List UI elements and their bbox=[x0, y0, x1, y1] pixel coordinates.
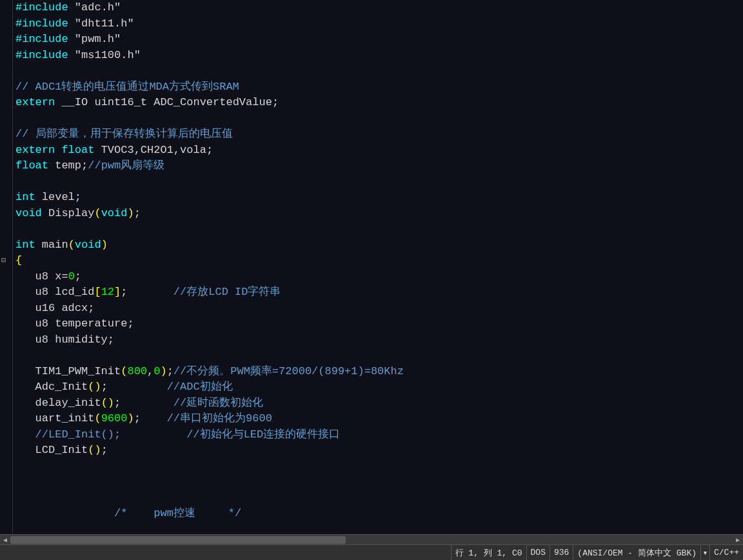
code-line[interactable] bbox=[15, 474, 740, 490]
code-line[interactable]: void Display(void); bbox=[15, 206, 740, 222]
code-line[interactable]: float temp;//pwm风扇等级 bbox=[15, 158, 740, 174]
statusbar: 行 1, 列 1, C0 DOS 936 (ANSI/OEM - 简体中文 GB… bbox=[0, 545, 743, 560]
encoding-dropdown-icon[interactable]: ▾ bbox=[700, 545, 709, 560]
code-line[interactable]: #include "ms1100.h" bbox=[15, 48, 740, 64]
code-line[interactable]: u8 lcd_id[12]; //存放LCD ID字符串 bbox=[15, 285, 740, 301]
code-line[interactable]: #include "pwm.h" bbox=[15, 32, 740, 48]
code-line[interactable]: Adc_Init(); //ADC初始化 bbox=[15, 379, 740, 395]
code-line[interactable]: // 局部变量，用于保存转换计算后的电压值 bbox=[15, 126, 740, 143]
code-line[interactable] bbox=[15, 459, 740, 475]
code-line[interactable]: #include "adc.h" bbox=[15, 0, 740, 16]
code-line[interactable] bbox=[15, 111, 740, 127]
code-line[interactable]: LCD_Init(); bbox=[15, 443, 740, 459]
status-language[interactable]: C/C++ bbox=[709, 545, 743, 560]
scrollbar-thumb[interactable] bbox=[10, 536, 346, 544]
code-line[interactable]: u8 temperature; bbox=[15, 316, 740, 332]
code-line[interactable]: { bbox=[15, 253, 740, 269]
horizontal-scrollbar[interactable]: ◀ ▶ bbox=[0, 534, 743, 545]
code-line[interactable]: u8 x=0; bbox=[15, 269, 740, 285]
code-line[interactable] bbox=[15, 174, 740, 190]
code-line[interactable]: extern __IO uint16_t ADC_ConvertedValue; bbox=[15, 95, 740, 111]
code-line[interactable]: //LED_Init(); //初始化与LED连接的硬件接口 bbox=[15, 427, 740, 443]
scroll-right-icon[interactable]: ▶ bbox=[733, 535, 743, 545]
fold-toggle-icon[interactable]: ⊟ bbox=[1, 255, 6, 265]
code-line[interactable]: u8 humidity; bbox=[15, 332, 740, 348]
code-line[interactable]: /* pwm控速 */ bbox=[15, 506, 740, 522]
code-line[interactable]: #include "dht11.h" bbox=[15, 16, 740, 32]
code-line[interactable] bbox=[15, 63, 740, 79]
code-line[interactable]: int main(void) bbox=[15, 237, 740, 254]
editor-area: ⊟ #include "adc.h"#include "dht11.h"#inc… bbox=[0, 0, 743, 534]
gutter: ⊟ bbox=[0, 0, 13, 534]
code-line[interactable]: TIM1_PWM_Init(800,0);//不分频。PWM频率=72000/(… bbox=[15, 364, 740, 380]
code-line[interactable]: extern float TVOC3,CH2O1,vola; bbox=[15, 143, 740, 159]
scroll-left-icon[interactable]: ◀ bbox=[0, 535, 10, 545]
code-line[interactable] bbox=[15, 348, 740, 364]
code-line[interactable]: // ADC1转换的电压值通过MDA方式传到SRAM bbox=[15, 79, 740, 95]
code-line[interactable]: int level; bbox=[15, 190, 740, 206]
code-line[interactable]: u16 adcx; bbox=[15, 301, 740, 317]
code-line[interactable] bbox=[15, 490, 740, 506]
code-line[interactable]: delay_init(); //延时函数初始化 bbox=[15, 395, 740, 412]
code-line[interactable] bbox=[15, 221, 740, 237]
code-content[interactable]: #include "adc.h"#include "dht11.h"#inclu… bbox=[13, 0, 743, 534]
status-encoding[interactable]: (ANSI/OEM - 简体中文 GBK) bbox=[573, 545, 700, 560]
status-line-ending[interactable]: DOS bbox=[526, 545, 550, 560]
status-position: 行 1, 列 1, C0 bbox=[451, 545, 526, 560]
status-codepage: 936 bbox=[550, 545, 573, 560]
code-line[interactable]: uart_init(9600); //串口初始化为9600 bbox=[15, 411, 740, 427]
